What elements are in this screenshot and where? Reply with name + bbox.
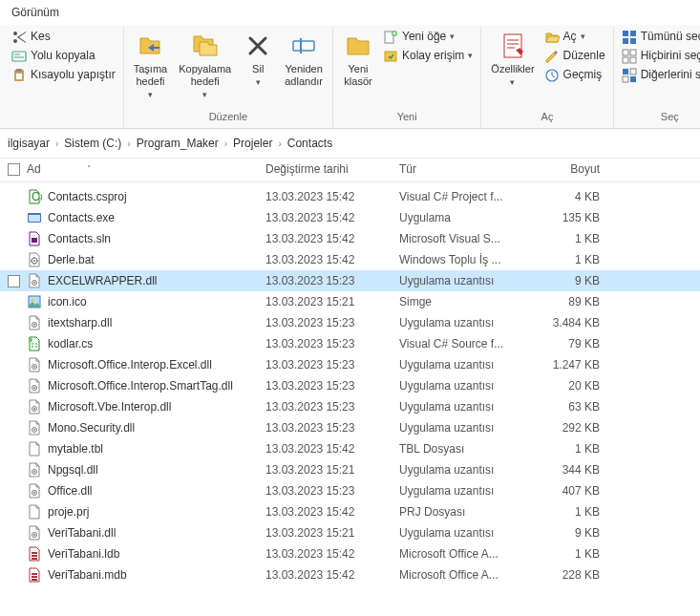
select-all-checkbox[interactable] <box>8 163 20 176</box>
chevron-down-icon: ▾ <box>510 77 515 87</box>
file-row[interactable]: Contacts.csproj13.03.2023 15:42Visual C#… <box>0 186 700 207</box>
file-row[interactable]: Office.dll13.03.2023 15:23Uygulama uzant… <box>0 480 700 501</box>
column-header-size[interactable]: Boyut <box>523 162 600 176</box>
file-row[interactable]: VeriTabani.dll13.03.2023 15:21Uygulama u… <box>0 522 700 543</box>
file-date: 13.03.2023 15:42 <box>265 568 399 582</box>
file-size: 9 KB <box>523 274 600 287</box>
file-row[interactable]: mytable.tbl13.03.2023 15:42TBL Dosyası1 … <box>0 438 700 459</box>
open-button[interactable]: Aç ▾ <box>542 29 607 46</box>
file-row[interactable]: Mono.Security.dll13.03.2023 15:23Uygulam… <box>0 417 700 438</box>
new-item-button[interactable]: Yeni öğe ▾ <box>381 29 475 46</box>
paste-shortcut-button[interactable]: Kısayolu yapıştır <box>10 67 117 84</box>
file-row[interactable]: proje.prj13.03.2023 15:42PRJ Dosyası1 KB <box>0 501 700 522</box>
chevron-down-icon: ▾ <box>256 77 261 87</box>
file-icon <box>27 378 42 393</box>
breadcrumb[interactable]: ilgisayar›Sistem (C:)›Program_Maker›Proj… <box>0 129 700 159</box>
copy-path-button[interactable]: Yolu kopyala <box>10 48 117 65</box>
new-folder-label: Yeni klasör <box>344 63 371 88</box>
file-type: Uygulama uzantısı <box>399 463 523 477</box>
easy-access-button[interactable]: Kolay erişim ▾ <box>381 48 475 65</box>
file-row[interactable]: Npgsql.dll13.03.2023 15:21Uygulama uzant… <box>0 459 700 480</box>
delete-button[interactable]: Sil ▾ <box>239 29 277 89</box>
chevron-down-icon: ▾ <box>450 32 455 43</box>
select-all-icon <box>622 30 637 45</box>
paste-shortcut-label: Kısayolu yapıştır <box>31 68 116 83</box>
file-name: proje.prj <box>48 505 89 519</box>
file-icon <box>27 294 42 309</box>
file-row[interactable]: Contacts.exe13.03.2023 15:42Uygulama135 … <box>0 207 700 228</box>
breadcrumb-segment[interactable]: Sistem (C:) <box>64 137 121 150</box>
paste-icon <box>11 68 27 83</box>
file-size: 79 KB <box>523 337 600 350</box>
file-row[interactable]: VeriTabani.ldb13.03.2023 15:42Microsoft … <box>0 543 700 564</box>
history-button[interactable]: Geçmiş <box>542 67 607 84</box>
file-date: 13.03.2023 15:42 <box>265 232 399 245</box>
move-to-button[interactable]: Taşıma hedefi ▾ <box>130 29 171 101</box>
row-checkbox[interactable] <box>8 275 20 287</box>
file-name: Microsoft.Office.Interop.Excel.dll <box>48 358 212 372</box>
file-icon <box>27 231 42 246</box>
file-name: Microsoft.Office.Interop.SmartTag.dll <box>48 379 233 393</box>
tab-view[interactable]: Görünüm <box>0 0 71 25</box>
breadcrumb-segment[interactable]: ilgisayar <box>8 137 50 150</box>
file-date: 13.03.2023 15:42 <box>265 442 399 456</box>
file-row[interactable]: Microsoft.Office.Interop.SmartTag.dll13.… <box>0 375 700 396</box>
rename-button[interactable]: Yeniden adlandır <box>281 29 327 90</box>
edit-icon <box>544 49 560 64</box>
column-header-type[interactable]: Tür <box>399 162 523 176</box>
file-list: Contacts.csproj13.03.2023 15:42Visual C#… <box>0 182 700 589</box>
file-row[interactable]: VeriTabani.mdb13.03.2023 15:42Microsoft … <box>0 564 700 585</box>
file-name: EXCELWRAPPER.dll <box>48 274 157 287</box>
invert-selection-button[interactable]: Diğerlerini seç <box>620 67 700 84</box>
file-row[interactable]: Contacts.sln13.03.2023 15:42Microsoft Vi… <box>0 228 700 249</box>
file-row[interactable]: icon.ico13.03.2023 15:21Simge89 KB <box>0 291 700 312</box>
file-type: Windows Toplu İş ... <box>399 253 523 266</box>
file-icon <box>27 525 42 541</box>
select-all-button[interactable]: Tümünü seç <box>620 29 700 46</box>
file-icon <box>27 483 42 499</box>
edit-label: Düzenle <box>563 49 605 64</box>
file-icon <box>27 336 42 351</box>
column-header-date[interactable]: Değiştirme tarihi <box>265 162 399 176</box>
group-label-select: Seç <box>620 109 700 126</box>
file-name: VeriTabani.ldb <box>48 547 119 561</box>
select-none-icon <box>622 49 637 64</box>
copy-to-button[interactable]: Kopyalama hedefi ▾ <box>175 29 235 101</box>
breadcrumb-segment[interactable]: Contacts <box>287 137 332 150</box>
file-row[interactable]: Microsoft.Office.Interop.Excel.dll13.03.… <box>0 354 700 375</box>
easy-access-icon <box>383 49 398 64</box>
file-type: Uygulama <box>399 211 523 224</box>
file-row[interactable]: Derle.bat13.03.2023 15:42Windows Toplu İ… <box>0 249 700 270</box>
chevron-down-icon: ▾ <box>202 90 207 99</box>
file-type: Microsoft Visual S... <box>399 232 523 245</box>
file-icon <box>27 546 42 562</box>
copy-to-label: Kopyalama hedefi <box>179 63 231 88</box>
group-label-clipboard <box>10 109 117 126</box>
file-date: 13.03.2023 15:23 <box>265 358 399 372</box>
file-size: 407 KB <box>523 484 600 498</box>
file-date: 13.03.2023 15:23 <box>265 337 399 350</box>
breadcrumb-segment[interactable]: Projeler <box>233 137 272 150</box>
breadcrumb-segment[interactable]: Program_Maker <box>137 137 219 150</box>
file-type: Uygulama uzantısı <box>399 316 523 329</box>
properties-button[interactable]: Özellikler ▾ <box>487 29 538 89</box>
file-row[interactable]: itextsharp.dll13.03.2023 15:23Uygulama u… <box>0 312 700 333</box>
file-date: 13.03.2023 15:23 <box>265 421 399 435</box>
select-none-button[interactable]: Hiçbirini seçme <box>620 48 700 65</box>
file-type: Simge <box>399 295 523 308</box>
file-name: Derle.bat <box>48 253 95 266</box>
file-type: Uygulama uzantısı <box>399 379 523 393</box>
cut-button[interactable]: Kes <box>10 29 117 46</box>
new-folder-button[interactable]: Yeni klasör <box>339 29 377 90</box>
file-type: Uygulama uzantısı <box>399 421 523 435</box>
file-row[interactable]: kodlar.cs13.03.2023 15:23Visual C# Sourc… <box>0 333 700 354</box>
file-size: 228 KB <box>523 568 600 582</box>
file-icon <box>27 315 42 330</box>
file-type: Microsoft Office A... <box>399 568 523 582</box>
column-header-name[interactable]: Ad˄ <box>27 162 265 176</box>
edit-button[interactable]: Düzenle <box>542 48 607 65</box>
file-row[interactable]: Microsoft.Vbe.Interop.dll13.03.2023 15:2… <box>0 396 700 417</box>
file-row[interactable]: EXCELWRAPPER.dll13.03.2023 15:23Uygulama… <box>0 270 700 291</box>
file-icon <box>27 189 42 204</box>
chevron-right-icon: › <box>55 138 58 149</box>
